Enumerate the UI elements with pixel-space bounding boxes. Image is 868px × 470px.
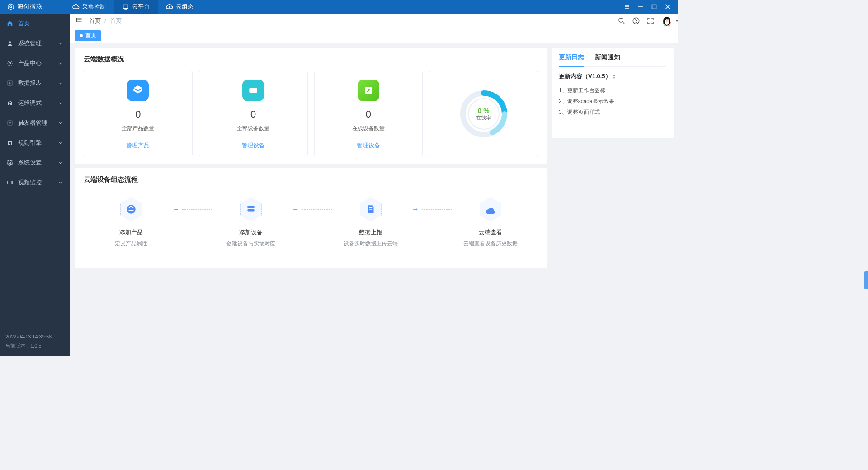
chevron-down-icon <box>58 60 64 67</box>
close-button[interactable] <box>661 0 675 14</box>
svg-rect-13 <box>8 181 11 184</box>
svg-point-10 <box>9 144 10 145</box>
top-tab-cloud-platform[interactable]: 云平台 <box>114 0 158 14</box>
sidebar-version: 当前版本：1.0.5 <box>5 342 65 351</box>
flow-step-icon <box>478 196 503 223</box>
sidebar-icon <box>6 120 14 126</box>
sidebar-icon <box>6 100 14 106</box>
user-avatar[interactable] <box>661 15 673 27</box>
window-controls <box>620 0 675 14</box>
svg-point-16 <box>636 22 636 23</box>
sidebar-item-3[interactable]: 数据报表 <box>0 73 70 93</box>
stat-value: 0 <box>366 108 371 120</box>
svg-point-22 <box>668 19 669 20</box>
fullscreen-icon[interactable] <box>646 17 655 25</box>
page-tabs: 首页 <box>70 28 678 43</box>
sidebar-collapse-button[interactable] <box>75 16 85 25</box>
svg-point-3 <box>169 6 170 8</box>
flow-step-icon <box>359 196 383 223</box>
chevron-down-icon <box>58 40 64 47</box>
sidebar-item-label: 运维调式 <box>18 99 58 107</box>
page-tab-label: 首页 <box>85 32 96 39</box>
top-tab-cloud-config[interactable]: 云组态 <box>158 0 202 14</box>
flow-step-0: 添加产品 定义产品属性 <box>93 196 170 248</box>
stat-label: 全部产品数量 <box>122 125 154 132</box>
sidebar-item-label: 视频监控 <box>18 179 58 187</box>
chevron-down-icon <box>58 80 64 87</box>
sidebar-item-4[interactable]: 运维调式 <box>0 93 70 113</box>
minimize-button[interactable] <box>634 0 647 14</box>
changelog-tab[interactable]: 更新日志 <box>559 53 584 67</box>
sidebar-item-8[interactable]: 视频监控 <box>0 173 70 193</box>
changelog-item: 1、更新工作台图标 <box>559 85 666 96</box>
svg-marker-0 <box>8 4 14 9</box>
overview-title: 云端数据概况 <box>84 55 538 64</box>
svg-point-5 <box>9 41 11 43</box>
sidebar-item-6[interactable]: 规则引擎 <box>0 133 70 153</box>
svg-point-12 <box>9 162 11 164</box>
flow-step-title: 云端查看 <box>479 228 502 236</box>
sidebar-item-label: 规则引擎 <box>18 139 58 147</box>
breadcrumb: 首页 / 首页 <box>89 17 122 25</box>
gauge-percent: 0 % <box>478 107 490 114</box>
arrow-right-icon: → <box>172 205 179 213</box>
svg-point-9 <box>8 144 9 145</box>
stat-link[interactable]: 管理产品 <box>126 141 150 150</box>
svg-point-11 <box>11 144 12 145</box>
flow-step-title: 数据上报 <box>359 228 382 236</box>
maximize-button[interactable] <box>647 0 661 14</box>
sidebar-item-0[interactable]: 首页 <box>0 14 70 33</box>
cloud-control-icon <box>72 3 80 10</box>
top-tab-label: 采集控制 <box>82 3 106 11</box>
page-tab-home[interactable]: 首页 <box>75 30 101 41</box>
sidebar-item-5[interactable]: 触发器管理 <box>0 113 70 133</box>
svg-point-21 <box>665 19 666 20</box>
svg-point-6 <box>9 62 11 64</box>
top-tab-label: 云组态 <box>176 3 193 11</box>
stat-card-1: 0 全部设备数量 管理设备 <box>199 71 308 156</box>
brand: 海创微联 <box>4 3 46 11</box>
sidebar-icon <box>6 140 14 146</box>
svg-rect-31 <box>247 206 254 208</box>
changelog-card: 更新日志 新闻通知 更新内容（V1.0.5）： 1、更新工作台图标2、调整sca… <box>552 48 674 138</box>
cloud-platform-icon <box>122 3 129 10</box>
help-icon[interactable] <box>632 17 640 25</box>
gauge-label: 在线率 <box>476 114 491 121</box>
breadcrumb-current: 首页 <box>110 17 122 25</box>
changelog-heading: 更新内容（V1.0.5）： <box>559 72 666 80</box>
sidebar-icon <box>6 20 14 27</box>
stat-card-0: 0 全部产品数量 管理产品 <box>84 71 193 156</box>
sidebar-icon <box>6 60 14 66</box>
menu-button[interactable] <box>620 0 634 14</box>
stat-icon <box>242 80 264 101</box>
sidebar-icon <box>6 160 14 166</box>
news-tab[interactable]: 新闻通知 <box>595 53 620 66</box>
breadcrumb-sep: / <box>104 17 106 24</box>
stat-link[interactable]: 管理设备 <box>357 141 380 150</box>
flow-step-sub: 云端查看设备历史数据 <box>463 240 518 248</box>
flow-step-3: 云端查看 云端查看设备历史数据 <box>452 196 529 248</box>
stat-value: 0 <box>135 108 141 120</box>
flow-step-title: 添加设备 <box>239 228 263 236</box>
sidebar-time: 2022-04-13 14:39:58 <box>5 333 65 342</box>
search-icon[interactable] <box>618 17 626 25</box>
top-tab-collect[interactable]: 采集控制 <box>64 0 114 14</box>
breadcrumb-root[interactable]: 首页 <box>89 17 101 25</box>
qq-penguin-icon <box>661 15 673 27</box>
top-tabs: 采集控制 云平台 云组态 <box>64 0 202 14</box>
top-tab-label: 云平台 <box>132 3 150 11</box>
sidebar-icon <box>6 40 14 47</box>
flow-step-icon <box>119 196 143 223</box>
sidebar-item-7[interactable]: 系统设置 <box>0 153 70 173</box>
chevron-down-icon <box>58 179 64 186</box>
sidebar-item-label: 系统设置 <box>18 159 58 167</box>
sidebar-item-2[interactable]: 产品中心 <box>0 53 70 73</box>
scroll-hint <box>864 271 868 289</box>
sidebar-item-1[interactable]: 系统管理 <box>0 33 70 53</box>
stat-value: 0 <box>250 108 256 120</box>
svg-point-1 <box>10 6 12 8</box>
flow-card: 云端设备组态流程 添加产品 定义产品属性→ 添加设备 创建设备与实物对应→ 数据… <box>75 168 547 268</box>
flow-step-icon <box>239 196 263 223</box>
stat-link[interactable]: 管理设备 <box>241 141 265 150</box>
stat-label: 在线设备数量 <box>352 125 385 132</box>
